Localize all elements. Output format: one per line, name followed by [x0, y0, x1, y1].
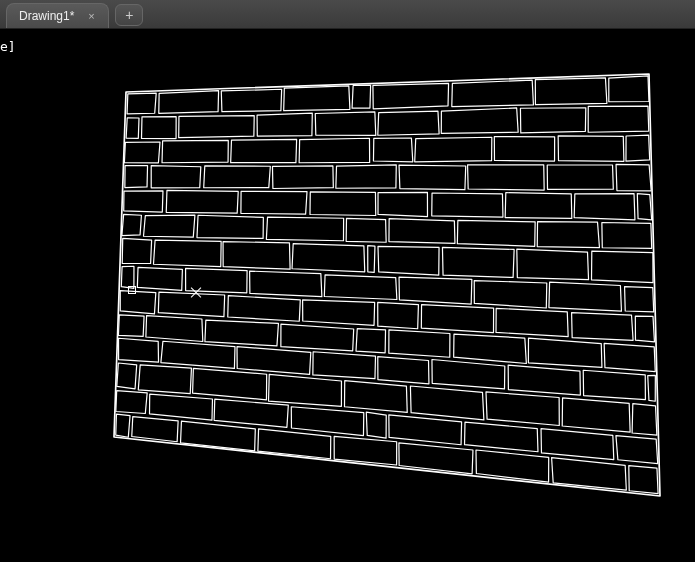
svg-marker-45 — [637, 194, 651, 220]
svg-marker-58 — [292, 244, 365, 272]
close-icon[interactable]: × — [84, 9, 98, 23]
svg-marker-8 — [535, 78, 607, 105]
svg-marker-71 — [549, 282, 622, 311]
document-tab-label: Drawing1* — [19, 9, 74, 23]
svg-marker-117 — [616, 436, 658, 464]
svg-marker-44 — [574, 194, 635, 220]
new-tab-button[interactable]: + — [115, 4, 143, 26]
svg-marker-57 — [223, 242, 290, 270]
svg-marker-108 — [632, 404, 657, 436]
svg-marker-94 — [313, 352, 376, 379]
plus-icon: + — [125, 7, 133, 23]
svg-marker-62 — [517, 249, 589, 280]
svg-marker-12 — [179, 116, 255, 138]
svg-marker-48 — [197, 215, 263, 238]
svg-marker-43 — [505, 193, 572, 219]
svg-marker-26 — [558, 136, 624, 161]
svg-marker-46 — [122, 214, 142, 235]
svg-marker-80 — [572, 313, 634, 341]
svg-marker-38 — [166, 190, 238, 213]
svg-marker-16 — [441, 108, 518, 133]
svg-marker-50 — [346, 218, 386, 242]
svg-marker-69 — [399, 277, 472, 304]
svg-marker-3 — [221, 89, 281, 111]
svg-marker-100 — [117, 363, 137, 389]
svg-marker-73 — [120, 291, 156, 314]
svg-marker-18 — [588, 106, 649, 132]
svg-marker-82 — [118, 315, 144, 336]
svg-marker-78 — [421, 305, 493, 333]
svg-marker-84 — [205, 320, 279, 346]
svg-marker-31 — [272, 166, 333, 189]
svg-marker-13 — [257, 113, 312, 136]
svg-marker-11 — [141, 117, 176, 139]
svg-marker-14 — [315, 112, 376, 136]
svg-marker-35 — [547, 165, 613, 189]
svg-marker-90 — [604, 343, 655, 371]
svg-marker-17 — [520, 108, 585, 133]
svg-marker-28 — [125, 166, 148, 188]
svg-marker-85 — [281, 324, 354, 351]
svg-marker-30 — [204, 166, 271, 188]
svg-marker-75 — [228, 296, 301, 322]
svg-marker-9 — [609, 76, 649, 102]
svg-marker-5 — [352, 85, 371, 108]
svg-marker-20 — [162, 140, 228, 162]
svg-marker-4 — [284, 86, 350, 111]
svg-marker-99 — [648, 375, 656, 401]
svg-marker-32 — [336, 165, 396, 188]
svg-marker-36 — [616, 164, 651, 190]
svg-marker-42 — [432, 193, 503, 217]
svg-marker-15 — [378, 111, 439, 135]
svg-marker-68 — [324, 275, 397, 300]
svg-marker-87 — [389, 330, 450, 357]
svg-marker-40 — [310, 192, 376, 216]
svg-marker-98 — [583, 370, 645, 399]
svg-marker-56 — [153, 240, 221, 267]
tab-bar: Drawing1* × + — [0, 0, 695, 29]
svg-marker-81 — [635, 316, 654, 342]
svg-marker-101 — [138, 365, 191, 394]
svg-marker-6 — [373, 83, 449, 108]
svg-marker-54 — [602, 222, 652, 248]
svg-marker-107 — [562, 398, 630, 432]
svg-marker-34 — [468, 165, 545, 190]
svg-marker-24 — [415, 137, 492, 162]
svg-marker-109 — [116, 391, 147, 414]
svg-marker-83 — [146, 316, 203, 342]
svg-marker-37 — [124, 191, 163, 212]
svg-marker-95 — [378, 357, 429, 384]
svg-marker-60 — [378, 246, 439, 275]
svg-marker-41 — [378, 192, 427, 216]
svg-marker-76 — [303, 300, 375, 325]
svg-marker-2 — [159, 91, 219, 114]
svg-marker-27 — [626, 135, 650, 161]
svg-marker-10 — [126, 118, 139, 139]
svg-marker-89 — [528, 338, 602, 367]
svg-marker-22 — [299, 138, 370, 162]
svg-marker-52 — [457, 220, 535, 246]
svg-marker-106 — [486, 392, 559, 426]
svg-marker-79 — [496, 308, 568, 336]
svg-marker-63 — [591, 251, 653, 283]
document-tab[interactable]: Drawing1* × — [6, 3, 109, 28]
svg-marker-72 — [625, 287, 654, 312]
svg-marker-51 — [389, 219, 455, 244]
svg-marker-23 — [373, 138, 412, 162]
svg-marker-61 — [442, 247, 514, 277]
svg-marker-33 — [399, 165, 466, 190]
svg-marker-126 — [629, 466, 658, 494]
svg-marker-19 — [124, 142, 160, 163]
svg-marker-53 — [537, 222, 599, 248]
svg-marker-1 — [127, 93, 156, 114]
svg-marker-104 — [344, 381, 407, 413]
svg-marker-74 — [158, 292, 224, 316]
svg-marker-67 — [250, 271, 322, 297]
svg-marker-21 — [231, 139, 297, 162]
svg-marker-25 — [494, 137, 554, 162]
drawing-viewport[interactable]: e] — [0, 29, 695, 562]
svg-marker-7 — [452, 80, 534, 106]
svg-marker-47 — [144, 215, 195, 237]
svg-marker-86 — [356, 329, 386, 353]
svg-marker-55 — [122, 238, 151, 263]
